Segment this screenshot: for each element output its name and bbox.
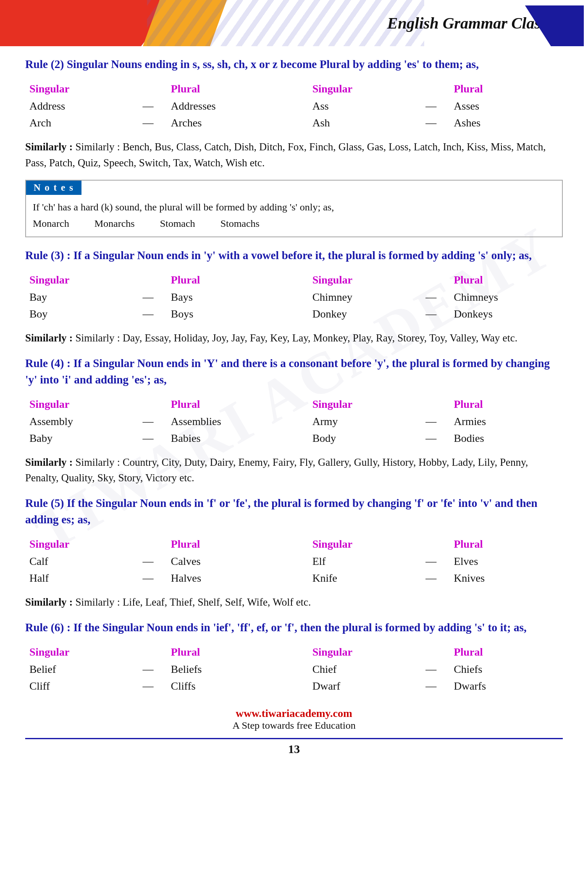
notes-monarchs-plural: Monarchs xyxy=(94,215,135,231)
cell-halves-p: Halves xyxy=(167,570,308,587)
table-row: Belief — Beliefs Chief — Chiefs xyxy=(25,661,563,678)
notes-examples: Monarch Monarchs Stomach Stomachs xyxy=(33,215,555,231)
rule3-col-dash2 xyxy=(421,271,449,289)
rule2-col-singular2: Singular xyxy=(308,80,421,98)
cell-chief-s: Chief xyxy=(308,661,421,678)
cell-cliffs-p: Cliffs xyxy=(167,678,308,695)
cell-dash: — xyxy=(138,661,166,678)
rule6-heading: Rule (6) : If the Singular Noun ends in … xyxy=(25,620,563,636)
cell-elves-p: Elves xyxy=(449,553,563,570)
cell-dash: — xyxy=(138,115,166,131)
header-right: English Grammar Class–7 xyxy=(378,0,588,46)
header-blue-triangle xyxy=(525,5,584,46)
rule2-section: Rule (2) Singular Nouns ending in s, ss,… xyxy=(25,56,563,171)
notes-stomachs-plural: Stomachs xyxy=(220,215,260,231)
cell-dash2: — xyxy=(421,430,449,447)
rule4-col-singular1: Singular xyxy=(25,396,138,413)
rule4-similarly: Similarly : Similarly : Country, City, D… xyxy=(25,454,563,486)
rule4-heading: Rule (4) : If a Singular Noun ends in 'Y… xyxy=(25,355,563,388)
rule3-similarly: Similarly : Similarly : Day, Essay, Holi… xyxy=(25,330,563,346)
cell-elf-s: Elf xyxy=(308,553,421,570)
cell-belief-s: Belief xyxy=(25,661,138,678)
rule5-col-singular2: Singular xyxy=(308,536,421,553)
cell-dwarf-s: Dwarf xyxy=(308,678,421,695)
rule6-table: Singular Plural Singular Plural Belief —… xyxy=(25,643,563,695)
cell-calf-s: Calf xyxy=(25,553,138,570)
cell-address-s: Address xyxy=(25,98,138,115)
rule2-table: Singular Plural Singular Plural Address … xyxy=(25,80,563,131)
rule2-col-singular1: Singular xyxy=(25,80,138,98)
footer-page-number: 13 xyxy=(25,738,563,756)
rule4-section: Rule (4) : If a Singular Noun ends in 'Y… xyxy=(25,355,563,486)
cell-dash2: — xyxy=(421,678,449,695)
notes-monarch-singular: Monarch xyxy=(33,215,69,231)
rule2-similarly: Similarly : Similarly : Bench, Bus, Clas… xyxy=(25,139,563,171)
cell-dash2: — xyxy=(421,661,449,678)
footer-tagline: A Step towards free Education xyxy=(25,720,563,731)
table-row: Bay — Bays Chimney — Chimneys xyxy=(25,289,563,306)
cell-beliefs-p: Beliefs xyxy=(167,661,308,678)
cell-assemblies-p: Assemblies xyxy=(167,413,308,430)
rule5-col-plural2: Plural xyxy=(449,536,563,553)
cell-armies-p: Armies xyxy=(449,413,563,430)
rule4-col-plural1: Plural xyxy=(167,396,308,413)
cell-babies-p: Babies xyxy=(167,430,308,447)
rule4-col-dash1 xyxy=(138,396,166,413)
cell-ass-s: Ass xyxy=(308,98,421,115)
notes-content: If 'ch' has a hard (k) sound, the plural… xyxy=(26,195,562,236)
rule6-col-dash1 xyxy=(138,643,166,661)
rule6-col-singular2: Singular xyxy=(308,643,421,661)
rule2-col-plural1: Plural xyxy=(167,80,308,98)
notes-text: If 'ch' has a hard (k) sound, the plural… xyxy=(33,199,555,215)
table-row: Boy — Boys Donkey — Donkeys xyxy=(25,306,563,323)
rule3-col-singular1: Singular xyxy=(25,271,138,289)
footer-website: www.tiwariacademy.com xyxy=(25,707,563,720)
cell-assembly-s: Assembly xyxy=(25,413,138,430)
cell-half-s: Half xyxy=(25,570,138,587)
rule3-section: Rule (3) : If a Singular Noun ends in 'y… xyxy=(25,247,563,346)
cell-army-s: Army xyxy=(308,413,421,430)
cell-bodies-p: Bodies xyxy=(449,430,563,447)
cell-dash: — xyxy=(138,98,166,115)
cell-dash2: — xyxy=(421,553,449,570)
cell-dash2: — xyxy=(421,289,449,306)
cell-boy-s: Boy xyxy=(25,306,138,323)
cell-dash2: — xyxy=(421,98,449,115)
cell-bays-p: Bays xyxy=(167,289,308,306)
rule4-table: Singular Plural Singular Plural Assembly… xyxy=(25,396,563,447)
rule6-col-plural2: Plural xyxy=(449,643,563,661)
cell-donkeys-p: Donkeys xyxy=(449,306,563,323)
rule4-col-dash2 xyxy=(421,396,449,413)
notes-label: N o t e s xyxy=(26,181,81,195)
rule2-col-dash2 xyxy=(421,80,449,98)
cell-calves-p: Calves xyxy=(167,553,308,570)
rule3-col-plural2: Plural xyxy=(449,271,563,289)
cell-asses-p: Asses xyxy=(449,98,563,115)
table-row: Calf — Calves Elf — Elves xyxy=(25,553,563,570)
cell-addresses-p: Addresses xyxy=(167,98,308,115)
rule5-col-dash2 xyxy=(421,536,449,553)
cell-dash2: — xyxy=(421,306,449,323)
rule5-section: Rule (5) If the Singular Noun ends in 'f… xyxy=(25,495,563,610)
table-row: Half — Halves Knife — Knives xyxy=(25,570,563,587)
cell-chimneys-p: Chimneys xyxy=(449,289,563,306)
cell-dash: — xyxy=(138,430,166,447)
cell-ash-s: Ash xyxy=(308,115,421,131)
rule2-col-dash1 xyxy=(138,80,166,98)
page-footer: www.tiwariacademy.com A Step towards fre… xyxy=(25,707,563,761)
rule2-col-plural2: Plural xyxy=(449,80,563,98)
table-row: Arch — Arches Ash — Ashes xyxy=(25,115,563,131)
cell-dash: — xyxy=(138,570,166,587)
cell-dwarfs-p: Dwarfs xyxy=(449,678,563,695)
rule5-heading: Rule (5) If the Singular Noun ends in 'f… xyxy=(25,495,563,528)
cell-arches-p: Arches xyxy=(167,115,308,131)
cell-arch-s: Arch xyxy=(25,115,138,131)
main-content: Rule (2) Singular Nouns ending in s, ss,… xyxy=(0,56,588,778)
rule2-heading: Rule (2) Singular Nouns ending in s, ss,… xyxy=(25,56,563,73)
rule4-col-plural2: Plural xyxy=(449,396,563,413)
rule5-similarly: Similarly : Similarly : Life, Leaf, Thie… xyxy=(25,594,563,610)
cell-dash: — xyxy=(138,553,166,570)
notes-box: N o t e s If 'ch' has a hard (k) sound, … xyxy=(25,180,563,237)
cell-body-s: Body xyxy=(308,430,421,447)
header-title-box: English Grammar Class–7 xyxy=(387,14,563,32)
